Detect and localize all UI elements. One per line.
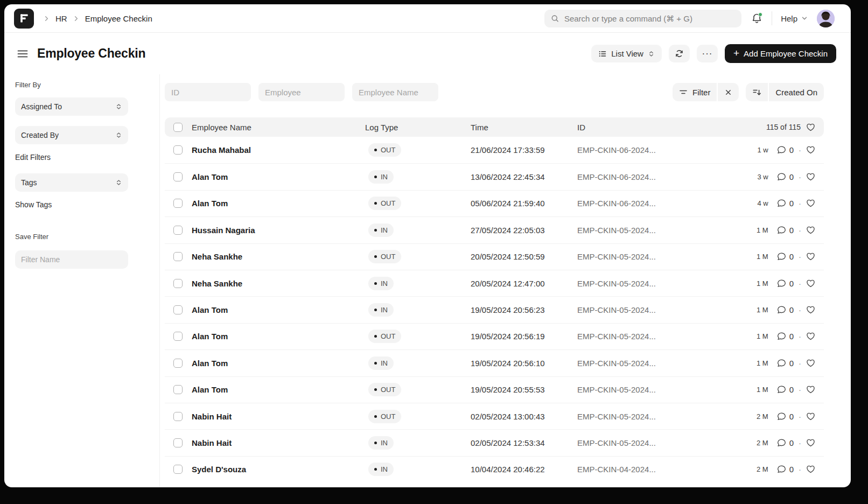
user-avatar[interactable] <box>817 10 835 27</box>
comments-button[interactable]: 0 <box>777 359 794 368</box>
employee-name-filter-input[interactable] <box>352 83 438 101</box>
employee-name-cell[interactable]: Alan Tom <box>192 305 365 314</box>
row-checkbox[interactable] <box>173 145 183 155</box>
chevron-updown-icon <box>115 179 122 186</box>
employee-filter-input[interactable] <box>258 83 345 101</box>
more-options-button[interactable]: ··· <box>697 45 718 62</box>
like-filter-icon[interactable] <box>806 123 815 132</box>
comments-button[interactable]: 0 <box>777 465 794 474</box>
comments-button[interactable]: 0 <box>777 145 794 155</box>
like-button[interactable] <box>806 199 815 208</box>
table-row[interactable]: Rucha Mahabal OUT 21/06/2024 17:33:59 EM… <box>165 137 824 163</box>
plus-icon: + <box>733 48 739 58</box>
employee-name-cell[interactable]: Neha Sankhe <box>192 252 365 261</box>
employee-name-cell[interactable]: Alan Tom <box>192 172 365 181</box>
global-search[interactable] <box>544 10 741 27</box>
frappe-logo[interactable] <box>14 9 34 29</box>
comments-button[interactable]: 0 <box>777 199 794 208</box>
like-button[interactable] <box>806 465 815 474</box>
sort-field-button[interactable]: Created On <box>769 83 824 101</box>
employee-name-cell[interactable]: Alan Tom <box>192 199 365 208</box>
heart-icon <box>806 226 815 235</box>
table-row[interactable]: Alan Tom OUT 19/05/2024 20:55:53 EMP-CKI… <box>165 376 824 403</box>
log-type-dot-icon <box>374 149 377 151</box>
row-checkbox[interactable] <box>173 279 183 288</box>
row-checkbox[interactable] <box>173 412 183 421</box>
refresh-button[interactable] <box>669 45 690 62</box>
show-tags-link[interactable]: Show Tags <box>15 200 52 209</box>
add-employee-checkin-button[interactable]: + Add Employee Checkin <box>725 44 836 63</box>
table-row[interactable]: Neha Sankhe OUT 20/05/2024 12:50:59 EMP-… <box>165 243 824 270</box>
table-row[interactable]: Alan Tom OUT 05/06/2024 21:59:40 EMP-CKI… <box>165 190 824 216</box>
employee-name-cell[interactable]: Nabin Hait <box>192 412 365 421</box>
like-button[interactable] <box>806 252 815 261</box>
like-button[interactable] <box>806 359 815 368</box>
row-checkbox[interactable] <box>173 199 183 208</box>
employee-name-cell[interactable]: Rucha Mahabal <box>192 145 365 155</box>
employee-name-cell[interactable]: Nabin Hait <box>192 438 365 447</box>
employee-name-cell[interactable]: Alan Tom <box>192 385 365 394</box>
tags-select[interactable]: Tags <box>15 173 128 192</box>
table-row[interactable]: Alan Tom IN 19/05/2024 20:56:10 EMP-CKIN… <box>165 349 824 376</box>
assigned-to-select[interactable]: Assigned To <box>15 97 128 116</box>
comments-button[interactable]: 0 <box>777 332 794 341</box>
row-checkbox[interactable] <box>173 332 183 341</box>
like-button[interactable] <box>806 332 815 341</box>
like-button[interactable] <box>806 385 815 394</box>
like-button[interactable] <box>806 145 815 155</box>
log-type-dot-icon <box>374 176 377 178</box>
notifications-button[interactable] <box>750 12 763 25</box>
table-row[interactable]: Nabin Hait IN 02/05/2024 12:53:34 EMP-CK… <box>165 429 824 456</box>
row-checkbox[interactable] <box>173 172 183 181</box>
row-checkbox[interactable] <box>173 226 183 235</box>
record-count[interactable]: 115 of 115 <box>766 123 801 131</box>
comments-button[interactable]: 0 <box>777 279 794 288</box>
table-row[interactable]: Alan Tom IN 13/06/2024 22:45:34 EMP-CKIN… <box>165 163 824 190</box>
sidebar-toggle-icon[interactable] <box>16 47 29 60</box>
select-all-checkbox[interactable] <box>173 123 183 132</box>
breadcrumb-item-hr[interactable]: HR <box>55 14 67 23</box>
row-checkbox[interactable] <box>173 252 183 261</box>
employee-name-cell[interactable]: Neha Sankhe <box>192 279 365 288</box>
row-checkbox[interactable] <box>173 359 183 368</box>
created-by-select[interactable]: Created By <box>15 126 128 144</box>
like-button[interactable] <box>806 412 815 421</box>
table-row[interactable]: Hussain Nagaria IN 27/05/2024 22:05:03 E… <box>165 216 824 243</box>
search-input[interactable] <box>564 14 735 23</box>
employee-name-cell[interactable]: Hussain Nagaria <box>192 226 365 235</box>
table-row[interactable]: Alan Tom OUT 19/05/2024 20:56:19 EMP-CKI… <box>165 323 824 349</box>
employee-name-cell[interactable]: Alan Tom <box>192 359 365 368</box>
comments-button[interactable]: 0 <box>777 226 794 235</box>
table-row[interactable]: Nabin Hait OUT 02/05/2024 13:00:43 EMP-C… <box>165 403 824 429</box>
like-button[interactable] <box>806 438 815 447</box>
comments-button[interactable]: 0 <box>777 305 794 314</box>
like-button[interactable] <box>806 279 815 288</box>
like-button[interactable] <box>806 305 815 314</box>
help-menu[interactable]: Help <box>781 14 808 23</box>
comments-button[interactable]: 0 <box>777 385 794 394</box>
like-button[interactable] <box>806 226 815 235</box>
comments-button[interactable]: 0 <box>777 438 794 447</box>
employee-name-cell[interactable]: Alan Tom <box>192 332 365 341</box>
filter-button[interactable]: Filter <box>673 83 717 101</box>
view-switcher-button[interactable]: List View <box>591 45 662 62</box>
sort-direction-button[interactable] <box>746 83 768 101</box>
comments-button[interactable]: 0 <box>777 252 794 261</box>
clear-filter-button[interactable] <box>718 83 739 101</box>
comments-button[interactable]: 0 <box>777 172 794 181</box>
table-row[interactable]: Alan Tom IN 19/05/2024 20:56:23 EMP-CKIN… <box>165 296 824 323</box>
row-checkbox[interactable] <box>173 385 183 394</box>
row-checkbox[interactable] <box>173 305 183 314</box>
id-filter-input[interactable] <box>165 83 251 101</box>
employee-name-cell[interactable]: Sydel D'souza <box>192 465 365 474</box>
like-button[interactable] <box>806 172 815 181</box>
row-age: 2 M <box>754 412 768 421</box>
comments-button[interactable]: 0 <box>777 412 794 421</box>
row-checkbox[interactable] <box>173 438 183 447</box>
table-row[interactable]: Neha Sankhe IN 20/05/2024 12:47:00 EMP-C… <box>165 270 824 296</box>
row-checkbox[interactable] <box>173 465 183 474</box>
breadcrumb-item-employee-checkin[interactable]: Employee Checkin <box>85 14 152 23</box>
filter-name-input[interactable] <box>15 250 128 269</box>
table-row[interactable]: Sydel D'souza IN 10/04/2024 20:46:22 EMP… <box>165 456 824 482</box>
edit-filters-link[interactable]: Edit Filters <box>15 153 51 162</box>
